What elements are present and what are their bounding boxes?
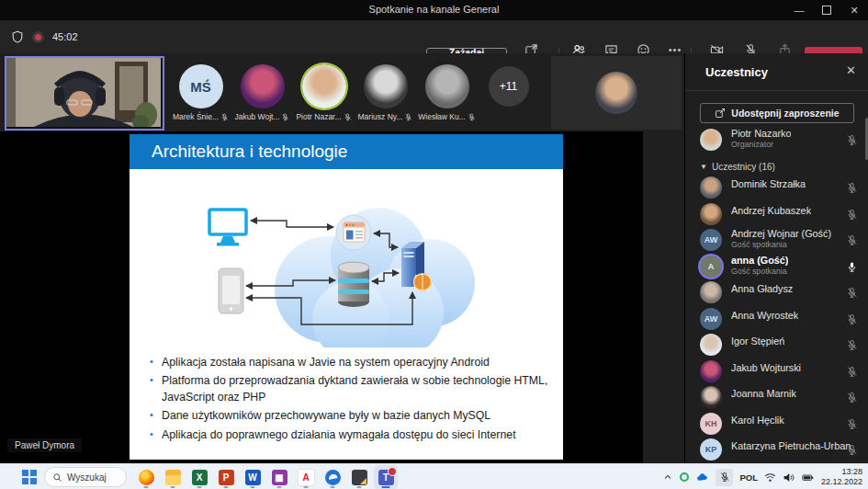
- app-glyph: W: [248, 472, 256, 483]
- running-indicator: [304, 486, 309, 488]
- self-video: [6, 58, 161, 127]
- shield-icon: [11, 30, 24, 43]
- tray-clock[interactable]: 13:28 22.12.2022: [821, 467, 862, 488]
- participant-name: Andrzej Kubaszek: [731, 205, 811, 216]
- taskbar-app-stats-app[interactable]: ▦: [267, 465, 291, 489]
- participant-name: anna (Gość): [731, 255, 788, 266]
- mic-muted-icon: [719, 472, 730, 483]
- participant-row[interactable]: AWAnna Wyrostek: [685, 306, 868, 333]
- participant-row[interactable]: Joanna Marnik: [685, 384, 868, 411]
- taskbar-app-file-explorer[interactable]: [161, 465, 185, 489]
- participant-thumbnail[interactable]: Wiesław Ku...: [416, 53, 478, 131]
- self-video-tile[interactable]: [5, 56, 164, 131]
- share-invite-button[interactable]: Udostępnij zaproszenie: [700, 103, 854, 123]
- avatar: [364, 64, 408, 108]
- participant-row[interactable]: AWAndrzej Wojnar (Gość)Gość spotkania: [685, 227, 868, 254]
- participant-row[interactable]: Jakub Wojturski: [685, 358, 868, 385]
- participant-name: Anna Wyrostek: [731, 310, 798, 321]
- stats-app-icon: ▦: [272, 470, 287, 485]
- avatar: KP: [700, 438, 722, 461]
- mic-muted-icon: [846, 134, 858, 146]
- participant-row[interactable]: Aanna (Gość)Gość spotkania: [685, 254, 868, 280]
- participant-thumbnail[interactable]: MŚMarek Śnie...: [170, 53, 231, 131]
- volume-icon[interactable]: [783, 472, 795, 483]
- maximize-button[interactable]: [813, 0, 840, 20]
- running-indicator: [144, 486, 149, 488]
- participant-row[interactable]: Andrzej Kubaszek: [685, 201, 868, 228]
- taskbar-app-word[interactable]: W: [241, 465, 265, 489]
- avatar: [700, 281, 722, 303]
- participant-row[interactable]: KPKatarzyna Pietrucha-Urbanik: [685, 437, 868, 463]
- taskbar-app-excel[interactable]: X: [187, 465, 211, 489]
- taskbar-app-powerpoint[interactable]: P: [214, 465, 238, 489]
- panel-close-icon[interactable]: ✕: [846, 63, 856, 77]
- participant-role: Organizator: [731, 140, 773, 149]
- thunderbird-icon: [325, 470, 341, 485]
- app-glyph: P: [223, 472, 230, 483]
- spotlight-tile[interactable]: [551, 56, 682, 130]
- mic-muted-icon: [846, 366, 858, 378]
- mic-muted-icon: [404, 113, 412, 121]
- app-glyph: ▦: [275, 472, 283, 483]
- participant-row[interactable]: Anna Gładysz: [685, 279, 868, 306]
- participant-name: Jakub Wojturski: [731, 362, 801, 373]
- taskbar-app-teams[interactable]: T: [374, 465, 398, 489]
- tray-mic-muted-button[interactable]: [716, 469, 733, 486]
- windows-start-button[interactable]: [22, 470, 37, 484]
- taskbar-app-notes-app[interactable]: [347, 465, 371, 489]
- running-indicator: [197, 486, 202, 488]
- participant-thumbnail[interactable]: Piotr Nazar...: [293, 53, 355, 131]
- avatar: A: [700, 256, 722, 278]
- meeting-toolbar: 45:02 Zażądaj kontroli Nowe okno OsobyCz…: [0, 20, 868, 54]
- onedrive-icon[interactable]: [695, 472, 709, 483]
- wifi-icon[interactable]: [764, 472, 776, 483]
- bullet-item: Aplikacja do poprawnego działania wymaga…: [150, 427, 552, 443]
- taskbar-app-firefox[interactable]: [134, 465, 158, 489]
- panel-title: Uczestnicy: [705, 65, 768, 79]
- taskbar-app-acrobat[interactable]: A: [294, 465, 318, 489]
- overflow-tile[interactable]: +11: [478, 53, 539, 131]
- participant-name: Andrzej Wojnar (Gość): [731, 228, 831, 239]
- mic-muted-icon: [846, 313, 858, 325]
- participant-row[interactable]: KHKarol Hęclik: [685, 411, 868, 438]
- close-button[interactable]: ✕: [840, 0, 868, 20]
- clock-date: 22.12.2022: [821, 477, 862, 487]
- antivirus-tray-icon[interactable]: [680, 472, 689, 482]
- app-glyph: X: [197, 472, 203, 483]
- participant-row[interactable]: Igor Stępień: [685, 332, 868, 358]
- mic-muted-icon: [220, 113, 229, 121]
- slide-bullets: Aplikacja została napisana w Javie na sy…: [150, 355, 552, 446]
- thumbnail-label: Wiesław Ku...: [416, 112, 478, 121]
- minimize-button[interactable]: —: [785, 0, 813, 20]
- presenter-label: Paweł Dymora: [7, 438, 82, 452]
- participant-thumbnail[interactable]: Mariusz Ny...: [355, 53, 416, 131]
- bullet-item: Platforma do przeprowadzania dyktand zaw…: [150, 373, 552, 405]
- title-bar: Spotkanie na kanale General — ✕: [0, 0, 868, 20]
- thumbnail-label: Mariusz Ny...: [355, 112, 416, 121]
- battery-icon[interactable]: [801, 472, 815, 483]
- organizer-row[interactable]: Piotr Nazarko Organizator: [685, 127, 868, 154]
- powerpoint-icon: P: [219, 470, 234, 485]
- running-indicator: [331, 486, 335, 488]
- participant-row[interactable]: Dominik Strzałka: [685, 175, 868, 201]
- language-indicator[interactable]: POL: [739, 472, 758, 483]
- avatar: [302, 64, 346, 108]
- system-tray: POL 13:28 22.12.2022: [662, 464, 862, 489]
- avatar: [241, 64, 285, 108]
- recording-indicator-icon: [32, 31, 44, 43]
- running-indicator: [251, 486, 255, 488]
- architecture-diagram: [181, 193, 477, 347]
- running-indicator: [224, 486, 229, 488]
- participants-section-header[interactable]: ▼ Uczestnicy (16): [700, 162, 775, 172]
- tray-chevron-icon[interactable]: [662, 472, 673, 483]
- thumbnail-label: Marek Śnie...: [170, 112, 231, 121]
- slide: Architektura i technologie: [130, 134, 563, 460]
- taskbar-search[interactable]: Wyszukaj: [44, 467, 127, 487]
- avatar: [700, 129, 722, 151]
- taskbar-app-thunderbird[interactable]: [321, 465, 344, 489]
- search-placeholder: Wyszukaj: [67, 472, 107, 483]
- avatar: KH: [700, 413, 722, 435]
- participant-thumbnail[interactable]: Jakub Wojt...: [231, 53, 293, 131]
- bullet-item: Dane użytkowników przechowywane były w b…: [150, 408, 552, 424]
- thumbnail-name: Piotr Nazar...: [296, 112, 341, 121]
